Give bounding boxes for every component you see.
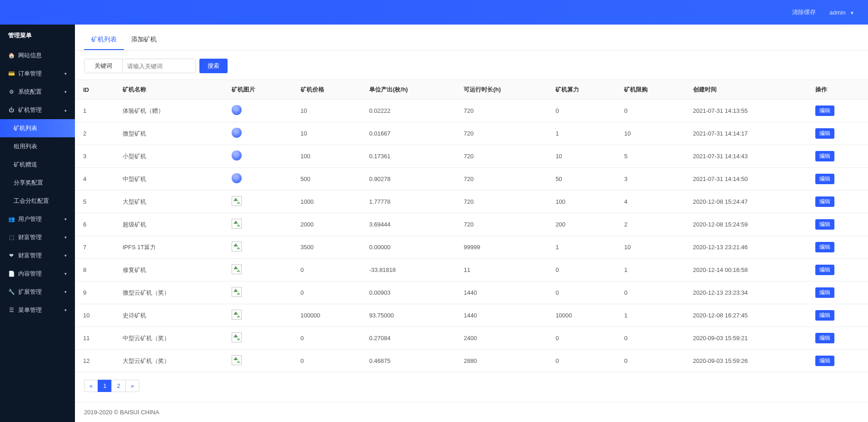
cell-id: 5: [75, 191, 114, 213]
cell-price: 10: [293, 122, 361, 145]
cell-limit: 0: [616, 350, 684, 372]
cell-name: 中型矿机: [114, 168, 224, 191]
cell-image: [223, 100, 292, 122]
cell-image: [223, 145, 292, 168]
page-prev[interactable]: «: [84, 380, 98, 392]
cell-output: 0.90278: [361, 168, 456, 191]
page-next[interactable]: »: [125, 380, 139, 392]
cell-output: 0.46875: [361, 350, 456, 372]
sidebar-subitem[interactable]: 工会分红配置: [0, 192, 75, 210]
sidebar-item[interactable]: 💳订单管理▾: [0, 65, 75, 83]
sidebar-title: 管理菜单: [0, 25, 75, 46]
cell-price: 10: [293, 100, 361, 122]
sidebar-icon: 💳: [8, 70, 15, 77]
cell-price: 0: [293, 350, 361, 372]
cell-name: IPFS 1T算力: [114, 236, 224, 259]
page-number[interactable]: 1: [98, 380, 112, 392]
chevron-icon: ▾: [64, 271, 67, 276]
cell-name: 史诗矿机: [114, 304, 224, 327]
edit-button[interactable]: 编辑: [815, 265, 834, 275]
tabs: 矿机列表添加矿机: [75, 30, 868, 50]
table-header: 矿机名称: [114, 80, 224, 100]
sidebar-subitem-label: 矿机赠送: [14, 161, 37, 169]
search-input[interactable]: [123, 59, 195, 73]
sidebar-item-label: 用户管理: [18, 215, 42, 223]
edit-button[interactable]: 编辑: [815, 333, 834, 343]
edit-button[interactable]: 编辑: [815, 242, 834, 252]
cell-output: 0.02222: [361, 100, 456, 122]
cell-power: 100: [547, 191, 616, 213]
sidebar-item[interactable]: 🔧扩展管理▾: [0, 283, 75, 301]
sidebar-item[interactable]: 📄内容管理▾: [0, 265, 75, 283]
table-header: ID: [75, 80, 114, 100]
edit-button[interactable]: 编辑: [815, 174, 834, 184]
cell-output: 1.77778: [361, 191, 456, 213]
cell-created: 2020-12-14 00:16:58: [685, 259, 807, 281]
edit-button[interactable]: 编辑: [815, 196, 834, 207]
sidebar-subitem[interactable]: 分享奖配置: [0, 174, 75, 192]
sidebar-item[interactable]: ☰菜单管理▾: [0, 301, 75, 319]
sidebar-item[interactable]: ⚙系统配置▾: [0, 83, 75, 101]
edit-button[interactable]: 编辑: [815, 128, 834, 139]
sidebar-icon: ☰: [8, 307, 15, 313]
sidebar-icon: 🔧: [8, 289, 15, 295]
cell-price: 100: [293, 145, 361, 168]
main-content: 矿机列表添加矿机 关键词 搜索 ID矿机名称矿机图片矿机价格单位产出(枚/h)可…: [75, 25, 868, 422]
sidebar-subitem[interactable]: 租用列表: [0, 137, 75, 156]
cell-limit: 5: [616, 145, 684, 168]
cell-limit: 1: [616, 259, 684, 281]
edit-button[interactable]: 编辑: [815, 310, 834, 321]
edit-button[interactable]: 编辑: [815, 219, 834, 230]
cell-power: 0: [547, 259, 616, 281]
chevron-icon: ▾: [64, 308, 67, 312]
cell-action: 编辑: [807, 191, 868, 213]
sidebar-item[interactable]: ⬚财富管理▾: [0, 228, 75, 246]
cell-created: 2020-12-13 23:23:34: [685, 281, 807, 304]
cell-created: 2021-07-31 14:14:17: [685, 122, 807, 145]
edit-button[interactable]: 编辑: [815, 106, 834, 116]
cell-output: 0.00903: [361, 281, 456, 304]
tab[interactable]: 添加矿机: [124, 30, 164, 50]
edit-button[interactable]: 编辑: [815, 287, 834, 298]
cell-price: 0: [293, 281, 361, 304]
cell-name: 大型云矿机（奖）: [114, 350, 224, 372]
edit-button[interactable]: 编辑: [815, 356, 834, 366]
sidebar-item[interactable]: ⏻矿机管理▴: [0, 101, 75, 119]
cell-image: [223, 213, 292, 236]
cell-runtime: 11: [456, 259, 547, 281]
footer: 2019-2020 © BAISUI CHINA: [75, 402, 868, 422]
cell-image: [223, 236, 292, 259]
sidebar-icon: 🏠: [8, 52, 15, 59]
cell-created: 2020-12-13 23:21:46: [685, 236, 807, 259]
toolbar: 关键词 搜索: [75, 50, 868, 80]
cell-created: 2021-07-31 14:14:50: [685, 168, 807, 191]
table-header: 可运行时长(h): [456, 80, 547, 100]
search-button[interactable]: 搜索: [199, 59, 228, 73]
cell-price: 3500: [293, 236, 361, 259]
sidebar-subitem[interactable]: 矿机列表: [0, 119, 75, 137]
cell-output: 3.69444: [361, 213, 456, 236]
sidebar-item-label: 网站信息: [18, 51, 42, 60]
cell-name: 微型矿机: [114, 122, 224, 145]
miner-image-icon: [232, 151, 242, 161]
sidebar-item[interactable]: ❤财富管理▾: [0, 246, 75, 265]
tab[interactable]: 矿机列表: [84, 30, 124, 50]
cell-output: -33.81818: [361, 259, 456, 281]
miner-image-icon: [232, 173, 242, 183]
table-row: 3 小型矿机 100 0.17361 720 10 5 2021-07-31 1…: [75, 145, 868, 168]
cell-image: [223, 350, 292, 372]
edit-button[interactable]: 编辑: [815, 151, 834, 161]
sidebar-icon: ⏻: [8, 107, 15, 113]
sidebar-subitem[interactable]: 矿机赠送: [0, 156, 75, 174]
cell-limit: 2: [616, 213, 684, 236]
page-number[interactable]: 2: [111, 380, 125, 392]
user-menu[interactable]: admin ▼: [829, 9, 854, 16]
cell-created: 2020-12-08 15:24:47: [685, 191, 807, 213]
sidebar-item[interactable]: 👥用户管理▾: [0, 210, 75, 228]
cell-created: 2020-12-08 15:24:59: [685, 213, 807, 236]
sidebar-item[interactable]: 🏠网站信息: [0, 46, 75, 65]
clear-cache-link[interactable]: 清除缓存: [792, 8, 816, 16]
cell-power: 50: [547, 168, 616, 191]
miner-image-icon: [232, 196, 242, 206]
sidebar-item-label: 财富管理: [18, 251, 42, 260]
